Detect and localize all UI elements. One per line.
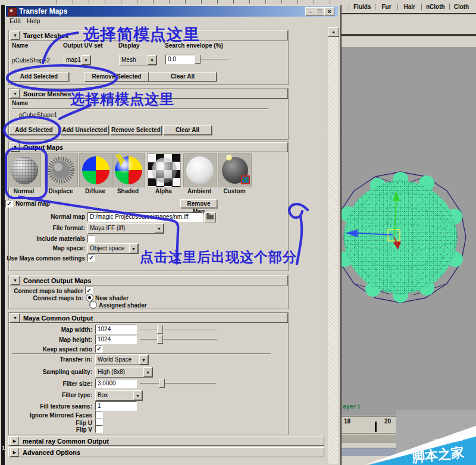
section-connect[interactable]: ▼ Connect Output Maps [9,275,288,285]
map-height-slider-groove[interactable] [140,339,217,340]
source-remove-selected-button[interactable]: Remove Selected [110,125,162,135]
icon-label-normal: Normal [8,188,40,194]
menu-fluids[interactable]: Fluids [349,4,375,10]
use-common-checkbox[interactable]: ✓ [87,254,95,262]
collapse-arrow-icon[interactable]: ▶ [10,436,19,445]
filter-type-dropdown[interactable]: Box ▼ [95,390,143,401]
icon-label-shaded: Shaded [112,188,144,194]
map-width-slider-handle[interactable] [157,325,163,334]
icon-label-custom: Custom [218,188,250,194]
collapse-arrow-icon[interactable]: ▶ [10,448,19,457]
menu-cloth[interactable]: Cloth [449,4,474,10]
keep-aspect-checkbox[interactable]: ✓ [95,345,103,353]
shelf-ticks [57,0,341,4]
map-width-field[interactable]: 1024 [95,325,137,334]
menu-ncloth[interactable]: nCloth [421,4,449,10]
maximize-button[interactable]: □ [315,7,325,16]
source-row-name[interactable]: pCubeShape1 [19,112,57,118]
chevron-down-icon: ▼ [129,244,138,253]
source-add-unselected-button[interactable]: Add Unselected [60,125,109,135]
alpha-map-icon[interactable] [148,153,181,187]
dialog-title: Transfer Maps [19,7,67,15]
maya-icon [8,7,17,17]
envelope-slider-handle[interactable] [195,55,201,64]
collapse-arrow-icon[interactable]: ▼ [11,143,20,152]
section-output-maps[interactable]: ▼ Output Maps [9,142,288,152]
custom-map-icon[interactable] [218,153,252,187]
close-button[interactable]: × [324,7,334,16]
source-col-name: Name [12,100,28,106]
section-common-output[interactable]: ▼ Maya Common Output [9,313,288,323]
envelope-field[interactable]: 0.0 [165,55,195,64]
icon-label-alpha: Alpha [148,188,180,194]
diffuse-map-icon[interactable] [79,153,112,187]
viewport[interactable]: ayer) [341,47,476,416]
assigned-shader-radio[interactable] [89,301,97,309]
map-space-label: Map space: [0,245,85,252]
browse-folder-button[interactable] [204,212,216,222]
display-dropdown[interactable]: Mesh ▼ [119,55,157,65]
map-space-dropdown[interactable]: Object space ▼ [87,243,139,254]
source-add-selected-button[interactable]: Add Selected [9,125,59,135]
filter-size-slider-groove[interactable] [140,383,216,384]
minimize-button[interactable]: _ [305,7,315,16]
uvset-dropdown[interactable]: map1 ▼ [64,55,91,65]
ignore-mirrored-label: Ignore Mirrored Faces [0,412,92,419]
displace-map-icon[interactable] [45,153,78,187]
chevron-down-icon: ▼ [133,391,142,400]
remove-map-button[interactable]: Remove Map [180,199,217,208]
flip-v-checkbox[interactable] [95,425,103,433]
target-clear-all-button[interactable]: Clear All [149,72,217,81]
wireframe-sphere [341,159,472,318]
map-height-field[interactable]: 1024 [95,335,137,344]
ambient-map-icon[interactable] [183,153,217,187]
fill-seams-field[interactable]: 1 [95,401,137,411]
envelope-slider-groove[interactable] [201,59,228,60]
normal-map-label: Normal map [0,213,85,220]
normal-map-icon[interactable] [8,153,41,187]
filter-size-slider-handle[interactable] [159,379,165,388]
menu-hair[interactable]: Hair [397,4,421,10]
file-format-dropdown[interactable]: Maya IFF (iff) ▼ [87,223,164,234]
bulb-icon [226,155,232,161]
normal-map-toggle-label: Normal map [15,200,50,207]
chevron-down-icon: ▼ [139,355,148,365]
dialog-scrollbar-track[interactable] [328,36,338,464]
assigned-shader-label: Assigned shader [99,302,147,309]
include-materials-checkbox[interactable] [87,235,95,243]
map-width-slider-groove[interactable] [140,329,217,330]
section-mentalray[interactable]: ▶ mental ray Common Output [8,436,324,446]
menu-edit[interactable]: Edit [10,17,21,24]
annotation-pick-low: 选择简模点这里 [83,24,200,45]
normal-map-checkbox[interactable]: ✓ [5,200,13,208]
shaded-map-icon[interactable] [112,153,145,187]
flip-v-label: Flip V [0,426,92,433]
sampling-quality-dropdown[interactable]: High (8x8) ▼ [95,367,153,378]
menu-help[interactable]: Help [27,17,40,24]
collapse-arrow-icon[interactable]: ▼ [11,89,20,98]
section-advanced-options[interactable]: ▶ Advanced Options [8,447,324,457]
transfer-in-dropdown[interactable]: World Space ▼ [95,354,149,365]
target-row-name: pCubeShape2 [12,57,50,64]
watermark: jb51.net 脚本之家 [357,409,476,465]
filter-size-label: Filter size: [0,381,92,387]
scroll-up-button[interactable]: ▲ [328,27,339,37]
chevron-down-icon: ▼ [155,224,164,233]
ignore-mirrored-checkbox[interactable] [95,411,103,419]
connect-shader-label: Connect maps to shader [0,288,83,294]
map-height-slider-handle[interactable] [157,335,163,344]
collapse-arrow-icon[interactable]: ▼ [11,276,20,285]
collapse-arrow-icon[interactable]: ▼ [11,31,20,40]
menu-fur[interactable]: Fur [375,4,397,10]
annotation-appears: 点击这里后出现这个部分 [140,248,297,266]
include-materials-label: Include materials [0,235,85,242]
chevron-down-icon: ▼ [143,367,152,377]
flip-u-label: Flip U [0,420,92,426]
filter-size-field[interactable]: 3.0000 [95,379,137,388]
target-remove-selected-button[interactable]: Remove Selected [84,72,149,81]
connect-to-label: Connect maps to: [0,295,83,301]
target-add-selected-button[interactable]: Add Selected [9,72,69,81]
collapse-arrow-icon[interactable]: ▼ [11,313,20,322]
source-clear-all-button[interactable]: Clear All [163,125,212,135]
normal-map-path-field[interactable]: D:/magic Project/sourceimages/nm.iff [87,212,203,222]
